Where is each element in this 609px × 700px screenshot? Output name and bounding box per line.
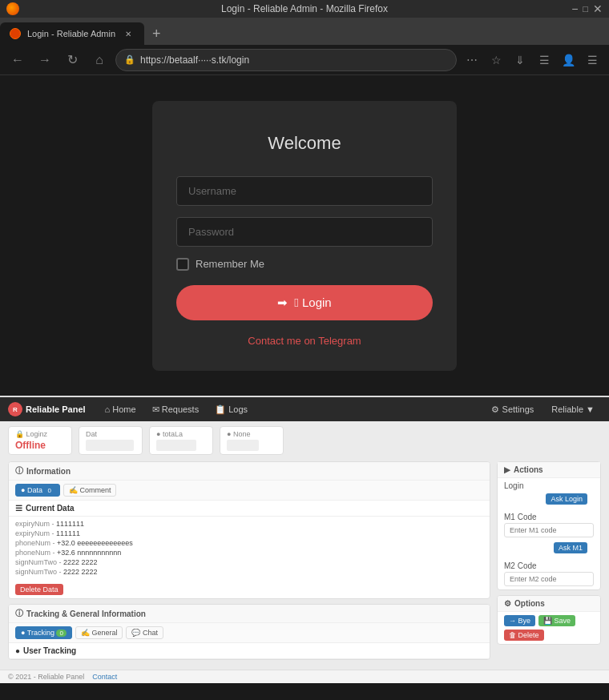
window-maximize-icon[interactable]: □ [583, 4, 588, 14]
bye-button[interactable]: → Bye [504, 615, 535, 626]
remember-me-row: Remember Me [176, 258, 433, 271]
delete-data-button[interactable]: Delete Data [15, 584, 63, 595]
title-bar: Login - Reliable Admin - Mozilla Firefox… [0, 0, 609, 18]
tab-comment[interactable]: ✍ Comment [63, 484, 117, 497]
tracking-title: Tracking & General Information [26, 609, 146, 618]
login-button-label:  Login [294, 296, 331, 309]
stat-dat-label: Dat [86, 430, 135, 438]
delete-button[interactable]: 🗑 Delete [504, 630, 544, 641]
admin-logo: R Reliable Panel [8, 402, 86, 416]
telegram-link[interactable]: Contact me on Telegram [176, 335, 433, 347]
data-row-3: phoneNum - +32.0 eeeeeeeeeeeees [15, 539, 483, 547]
information-panel: ⓘ Information ● Data 0 ✍ Comment ☰ Curre… [8, 461, 490, 599]
options-panel: ⚙ Options → Bye 💾 Save 🗑 Delete [497, 595, 601, 645]
home-button[interactable]: ⌂ [88, 49, 111, 71]
username-group [176, 176, 433, 206]
refresh-button[interactable]: ↻ [61, 49, 83, 71]
nav-home[interactable]: ⌂ Home [99, 403, 143, 416]
tracking-header-icon: ⓘ [15, 608, 23, 619]
tracking-panel-header: ⓘ Tracking & General Information [9, 605, 490, 623]
firefox-icon [6, 2, 19, 15]
stat-none: ● None [220, 426, 284, 455]
login-action-label: Login [498, 478, 600, 492]
extensions-icon[interactable]: ⋯ [462, 50, 482, 70]
tab-data[interactable]: ● Data 0 [15, 484, 60, 497]
nav-logs[interactable]: 📋 Logs [208, 403, 254, 416]
stat-dat-value [86, 440, 134, 451]
stat-loginz-value: Offline [15, 440, 65, 451]
tracking-badge: 0 [56, 630, 66, 637]
stat-dat: Dat [79, 426, 143, 455]
tab-bar: Login - Reliable Admin ✕ + [0, 18, 609, 45]
admin-left: ⓘ Information ● Data 0 ✍ Comment ☰ Curre… [8, 461, 490, 665]
admin-panel: R Reliable Panel ⌂ Home ✉ Requests 📋 Log… [0, 396, 609, 683]
info-tabs: ● Data 0 ✍ Comment [9, 481, 490, 501]
tab-favicon [10, 28, 21, 39]
tab-close-button[interactable]: ✕ [122, 27, 135, 40]
bookmarks-shelf-icon[interactable]: ☰ [534, 50, 555, 70]
data-row-2: expiryNum - 111111 [15, 529, 483, 537]
data-row-4: phoneNum - +32.6 nnnnnnnnnnn [15, 549, 483, 557]
stat-loginz-label: 🔒 Loginz [15, 430, 65, 438]
nav-bar: ← → ↻ ⌂ 🔒 https://betaalf·····s.tk/login… [0, 45, 609, 75]
stat-loginz: 🔒 Loginz Offline [8, 426, 72, 455]
ask-login-button[interactable]: Ask Login [546, 493, 587, 505]
login-button[interactable]: ➡  Login [176, 285, 433, 320]
information-panel-header: ⓘ Information [9, 462, 490, 481]
stat-totala-value [156, 440, 196, 451]
admin-content: 🔒 Loginz Offline Dat ● totaLa ● None [0, 421, 609, 670]
stat-totala-label: ● totaLa [156, 430, 206, 438]
data-list: expiryNum - 1111111 expiryNum - 111111 p… [9, 517, 490, 581]
user-tracking-icon: ● [15, 646, 20, 655]
options-buttons-row: → Bye 💾 Save 🗑 Delete [498, 612, 600, 644]
admin-nav-right: ⚙ Settings Reliable ▼ [485, 403, 601, 416]
actions-title: Actions [514, 465, 543, 474]
stat-totala: ● totaLa [149, 426, 213, 455]
forward-button[interactable]: → [34, 49, 56, 71]
tab-general[interactable]: ✍ General [75, 626, 123, 639]
actions-panel-header: ▶ Actions [498, 462, 600, 478]
tab-tracking[interactable]: ● Tracking 0 [15, 626, 72, 639]
login-icon: ➡ [277, 296, 288, 310]
password-input[interactable] [176, 217, 433, 247]
save-button[interactable]: 💾 Save [538, 615, 575, 626]
tab-chat[interactable]: 💬 Chat [126, 626, 163, 639]
nav-requests[interactable]: ✉ Requests [146, 403, 206, 416]
m2-code-input[interactable] [504, 572, 594, 586]
options-title: Options [514, 599, 545, 608]
tab-title: Login - Reliable Admin [27, 29, 115, 38]
nav-settings[interactable]: ⚙ Settings [485, 403, 540, 416]
actions-scroll[interactable]: Login Ask Login M1 Code Ask M1 M2 Code [498, 478, 600, 589]
ask-m1-button[interactable]: Ask M1 [554, 542, 587, 553]
admin-nav: R Reliable Panel ⌂ Home ✉ Requests 📋 Log… [0, 397, 609, 421]
remember-me-checkbox[interactable] [176, 258, 189, 271]
active-tab[interactable]: Login - Reliable Admin ✕ [0, 22, 144, 45]
address-bar[interactable]: 🔒 https://betaalf·····s.tk/login [115, 49, 457, 71]
window-minimize-icon[interactable]: − [571, 2, 578, 15]
data-row-5: signNumTwo - 2222 2222 [15, 558, 483, 566]
nav-right-icons: ⋯ ☆ ⇓ ☰ 👤 ☰ [462, 50, 603, 70]
username-input[interactable] [176, 176, 433, 206]
remember-me-label: Remember Me [196, 258, 264, 270]
ssl-lock-icon: 🔒 [124, 54, 135, 65]
menu-icon[interactable]: ☰ [582, 50, 603, 70]
stat-none-value [227, 440, 259, 451]
nav-user-menu[interactable]: Reliable ▼ [545, 403, 601, 416]
m1-code-input[interactable] [504, 523, 594, 537]
profile-icon[interactable]: 👤 [558, 50, 579, 70]
bookmark-icon[interactable]: ☆ [486, 50, 506, 70]
new-tab-button[interactable]: + [144, 22, 169, 45]
window-close-icon[interactable]: ✕ [593, 2, 603, 15]
stats-row: 🔒 Loginz Offline Dat ● totaLa ● None [8, 426, 601, 455]
window-title: Login - Reliable Admin - Mozilla Firefox [221, 3, 388, 14]
download-icon[interactable]: ⇓ [510, 50, 530, 70]
login-title: Welcome [176, 133, 433, 154]
url-text: https://betaalf·····s.tk/login [140, 54, 448, 66]
footer-copyright: © 2021 - Reliable Panel [8, 673, 84, 681]
back-button[interactable]: ← [6, 49, 29, 71]
login-card: Welcome Remember Me ➡  Login Contact me… [152, 101, 457, 371]
admin-logo-icon: R [8, 402, 22, 416]
user-tracking-title: ● User Tracking [9, 643, 490, 659]
footer-contact-link[interactable]: Contact [92, 673, 117, 681]
admin-main: ⓘ Information ● Data 0 ✍ Comment ☰ Curre… [8, 461, 601, 665]
